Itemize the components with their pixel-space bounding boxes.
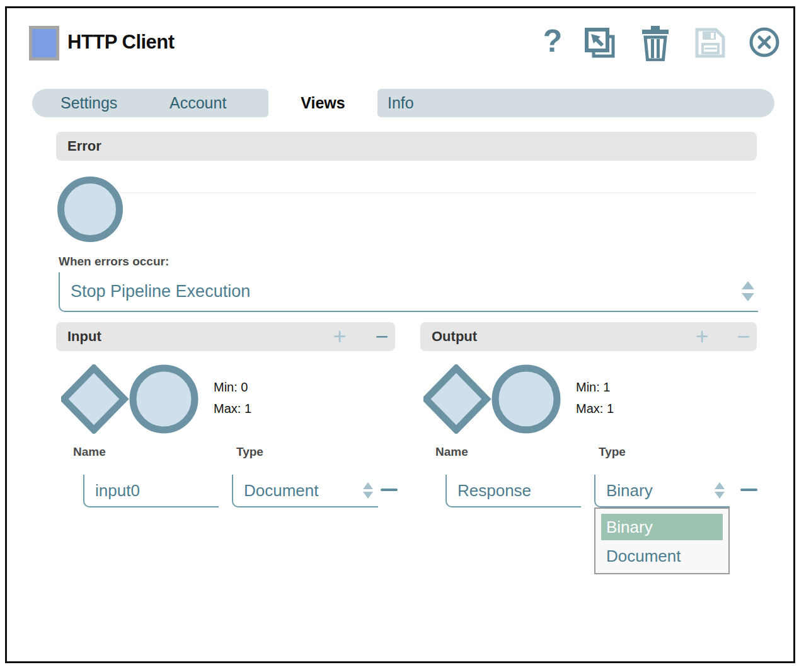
export-icon bbox=[584, 27, 616, 60]
tab-views[interactable]: Views bbox=[268, 89, 377, 117]
input-type-label: Type bbox=[236, 445, 263, 459]
input-name-input[interactable] bbox=[84, 481, 219, 501]
when-errors-dropdown[interactable]: Stop Pipeline Execution bbox=[59, 272, 758, 312]
output-min: Min: 1 bbox=[576, 376, 614, 398]
export-button[interactable] bbox=[584, 27, 616, 60]
output-section-title: Output bbox=[432, 328, 477, 345]
remove-output-view-button[interactable]: − bbox=[731, 322, 756, 351]
updown-spinner-icon[interactable] bbox=[715, 482, 725, 499]
output-name-field[interactable] bbox=[445, 475, 581, 507]
dialog-title: HTTP Client bbox=[67, 31, 175, 54]
error-section-header: Error bbox=[56, 132, 757, 161]
output-view-shapes bbox=[423, 364, 561, 434]
output-type-value: Binary bbox=[595, 481, 730, 501]
input-type-dropdown[interactable]: Document bbox=[232, 475, 378, 507]
help-button[interactable]: ? bbox=[540, 22, 565, 60]
when-errors-value: Stop Pipeline Execution bbox=[60, 282, 758, 301]
http-client-dialog: HTTP Client ? bbox=[5, 6, 795, 663]
tabbar-right-segment bbox=[377, 89, 774, 117]
tab-info[interactable]: Info bbox=[388, 89, 414, 117]
input-diamond-shape bbox=[64, 368, 124, 430]
screen: HTTP Client ? bbox=[0, 0, 799, 672]
input-max: Max: 1 bbox=[214, 398, 251, 419]
input-minmax: Min: 0 Max: 1 bbox=[214, 376, 251, 419]
save-button[interactable] bbox=[694, 26, 727, 60]
updown-spinner-icon[interactable] bbox=[742, 281, 754, 301]
close-button[interactable] bbox=[748, 26, 781, 59]
input-min: Min: 0 bbox=[214, 376, 251, 398]
error-section-title: Error bbox=[67, 138, 101, 154]
arrow-down-icon bbox=[715, 492, 725, 499]
dropdown-option-document[interactable]: Document bbox=[601, 543, 723, 569]
close-icon bbox=[748, 26, 781, 59]
output-max: Max: 1 bbox=[576, 398, 614, 419]
input-view-shapes bbox=[61, 364, 198, 434]
type-dropdown-popup: Binary Document bbox=[594, 507, 730, 574]
updown-spinner-icon[interactable] bbox=[363, 482, 373, 499]
save-icon bbox=[694, 26, 727, 60]
add-output-view-button[interactable]: + bbox=[689, 322, 715, 351]
input-name-label: Name bbox=[73, 445, 106, 459]
snap-icon bbox=[29, 26, 59, 61]
when-errors-label: When errors occur: bbox=[59, 255, 169, 269]
add-input-view-button[interactable]: + bbox=[327, 322, 352, 351]
input-section-header: Input + − bbox=[56, 322, 395, 351]
delete-button[interactable] bbox=[641, 26, 670, 61]
remove-output-row-button[interactable] bbox=[740, 489, 757, 491]
input-circle-shape bbox=[133, 368, 195, 430]
tab-account[interactable]: Account bbox=[170, 89, 226, 117]
arrow-down-icon bbox=[363, 492, 373, 499]
row-divider bbox=[56, 192, 757, 193]
input-section-title: Input bbox=[67, 328, 101, 345]
arrow-up-icon bbox=[715, 482, 725, 489]
error-view-circle[interactable] bbox=[57, 177, 123, 242]
input-name-field[interactable] bbox=[83, 475, 219, 507]
trash-icon bbox=[641, 26, 670, 61]
output-minmax: Min: 1 Max: 1 bbox=[576, 376, 614, 419]
remove-input-view-button[interactable]: − bbox=[369, 322, 394, 351]
arrow-up-icon bbox=[742, 281, 754, 289]
tab-settings[interactable]: Settings bbox=[60, 89, 117, 117]
output-type-dropdown[interactable]: Binary bbox=[594, 475, 730, 507]
output-name-input[interactable] bbox=[447, 481, 581, 501]
output-name-label: Name bbox=[435, 445, 468, 459]
remove-input-row-button[interactable] bbox=[381, 489, 398, 491]
dropdown-option-binary[interactable]: Binary bbox=[601, 514, 723, 540]
arrow-down-icon bbox=[742, 293, 754, 301]
input-type-value: Document bbox=[233, 481, 378, 501]
arrow-up-icon bbox=[363, 482, 373, 489]
output-type-label: Type bbox=[599, 445, 626, 459]
output-section-header: Output + − bbox=[420, 322, 757, 351]
output-circle-shape bbox=[495, 368, 557, 430]
output-diamond-shape bbox=[426, 368, 486, 430]
